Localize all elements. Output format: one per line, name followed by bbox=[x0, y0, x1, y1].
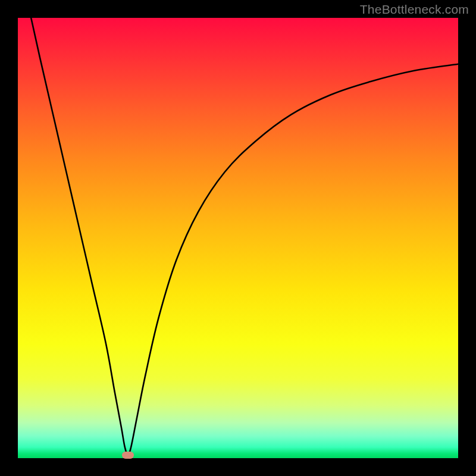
bottleneck-curve bbox=[18, 18, 458, 458]
optimum-marker bbox=[122, 452, 134, 459]
watermark-text: TheBottleneck.com bbox=[360, 2, 469, 17]
curve-path bbox=[31, 18, 458, 455]
plot-area bbox=[18, 18, 458, 458]
chart-frame: TheBottleneck.com bbox=[0, 0, 476, 476]
